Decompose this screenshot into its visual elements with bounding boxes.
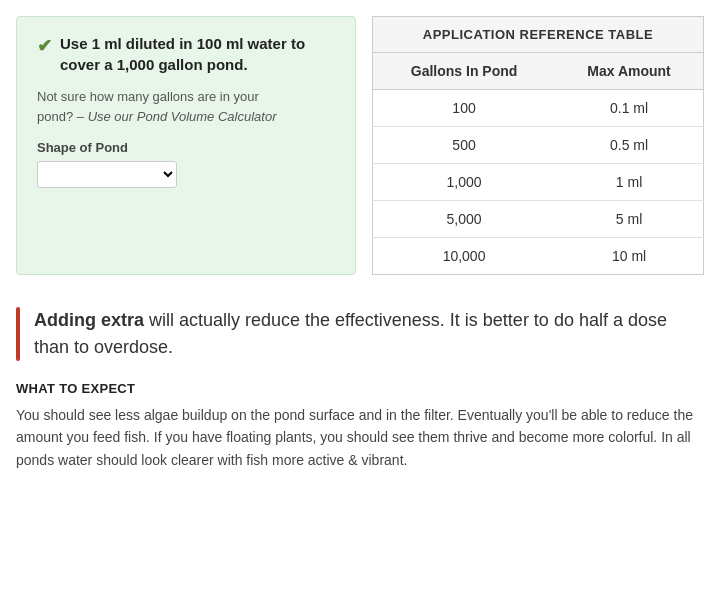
reference-table: APPLICATION REFERENCE TABLE Gallons In P… xyxy=(372,16,704,275)
checkmark-icon: ✔ xyxy=(37,34,52,59)
warning-section: Adding extra will actually reduce the ef… xyxy=(0,291,720,373)
warning-text: Adding extra will actually reduce the ef… xyxy=(34,307,704,361)
shape-select[interactable]: Circle Rectangle Oval Irregular xyxy=(37,161,177,188)
table-title: APPLICATION REFERENCE TABLE xyxy=(373,17,704,53)
table-cell-gallons: 1,000 xyxy=(373,164,556,201)
table-cell-amount: 10 ml xyxy=(555,238,703,275)
table-cell-gallons: 10,000 xyxy=(373,238,556,275)
top-section: ✔ Use 1 ml diluted in 100 ml water to co… xyxy=(0,0,720,291)
instruction-text: Use 1 ml diluted in 100 ml water to cove… xyxy=(60,33,335,75)
secondary-text: Not sure how many gallons are in your po… xyxy=(37,87,335,126)
main-instruction: ✔ Use 1 ml diluted in 100 ml water to co… xyxy=(37,33,335,75)
table-cell-gallons: 500 xyxy=(373,127,556,164)
what-to-expect-heading: WHAT TO EXPECT xyxy=(16,381,704,396)
table-row: 1,0001 ml xyxy=(373,164,704,201)
col-header-gallons: Gallons In Pond xyxy=(373,53,556,90)
green-instruction-box: ✔ Use 1 ml diluted in 100 ml water to co… xyxy=(16,16,356,275)
warning-bold: Adding extra xyxy=(34,310,144,330)
what-to-expect-body: You should see less algae buildup on the… xyxy=(16,404,704,471)
table-cell-amount: 5 ml xyxy=(555,201,703,238)
table-cell-gallons: 100 xyxy=(373,90,556,127)
secondary-line1: Not sure how many gallons are in your xyxy=(37,89,259,104)
table-row: 10,00010 ml xyxy=(373,238,704,275)
table-cell-amount: 0.5 ml xyxy=(555,127,703,164)
reference-table-container: APPLICATION REFERENCE TABLE Gallons In P… xyxy=(372,16,704,275)
what-to-expect-section: WHAT TO EXPECT You should see less algae… xyxy=(0,373,720,487)
table-cell-gallons: 5,000 xyxy=(373,201,556,238)
table-cell-amount: 0.1 ml xyxy=(555,90,703,127)
shape-of-pond-label: Shape of Pond xyxy=(37,140,335,155)
secondary-line2: pond? – xyxy=(37,109,84,124)
red-bar-accent xyxy=(16,307,20,361)
table-row: 5000.5 ml xyxy=(373,127,704,164)
col-header-amount: Max Amount xyxy=(555,53,703,90)
pond-calculator-link[interactable]: Use our Pond Volume Calculator xyxy=(88,109,277,124)
table-row: 5,0005 ml xyxy=(373,201,704,238)
table-row: 1000.1 ml xyxy=(373,90,704,127)
table-cell-amount: 1 ml xyxy=(555,164,703,201)
table-body: 1000.1 ml5000.5 ml1,0001 ml5,0005 ml10,0… xyxy=(373,90,704,275)
